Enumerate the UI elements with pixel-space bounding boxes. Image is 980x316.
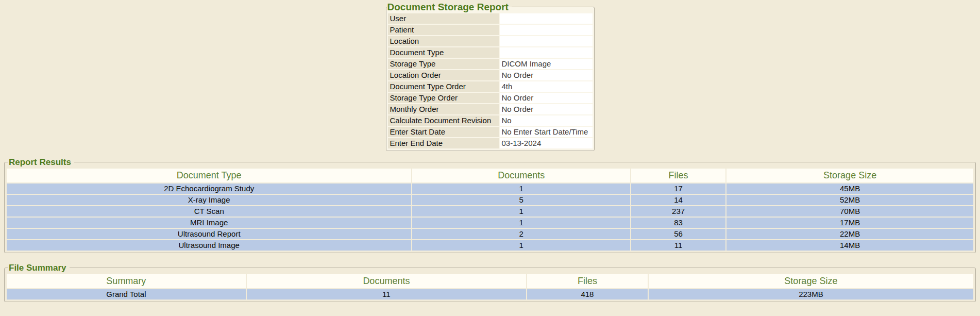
report-parameters-panel: Document Storage Report UserPatientLocat… xyxy=(386,2,595,151)
form-field-label: User xyxy=(388,13,499,24)
report-parameters-title: Document Storage Report xyxy=(387,2,512,12)
table-cell: Ultrasound Report xyxy=(7,229,411,239)
form-row: Enter Start DateNo Enter Start Date/Time xyxy=(388,127,593,137)
form-row: Storage TypeDICOM Image xyxy=(388,59,593,69)
form-field-label: Document Type xyxy=(388,47,499,58)
form-field-value: DICOM Image xyxy=(500,59,593,69)
table-cell: 56 xyxy=(631,229,725,239)
column-header: Documents xyxy=(412,169,630,182)
report-parameters-table: UserPatientLocationDocument TypeStorage … xyxy=(387,12,594,149)
file-summary-table: SummaryDocumentsFilesStorage Size Grand … xyxy=(6,273,974,301)
table-cell: 83 xyxy=(631,218,725,228)
form-field-label: Enter Start Date xyxy=(388,127,499,137)
table-row: X-ray Image51452MB xyxy=(7,195,973,205)
table-cell: 45MB xyxy=(726,184,973,194)
column-header: Files xyxy=(631,169,725,182)
table-cell: 11 xyxy=(631,240,725,251)
table-cell: 2 xyxy=(412,229,630,239)
form-field-label: Location xyxy=(388,36,499,46)
form-field-value: No Enter Start Date/Time xyxy=(500,127,593,137)
table-cell: 17 xyxy=(631,184,725,194)
table-row: Ultrasound Report25622MB xyxy=(7,229,973,239)
form-field-value xyxy=(500,36,593,46)
form-row: Patient xyxy=(388,25,593,35)
table-cell: 1 xyxy=(412,240,630,251)
table-row: Grand Total11418223MB xyxy=(7,289,973,300)
form-row: Enter End Date03-13-2024 xyxy=(388,138,593,148)
form-field-value xyxy=(500,25,593,35)
form-row: User xyxy=(388,13,593,24)
form-field-label: Storage Type xyxy=(388,59,499,69)
file-summary-section: File Summary SummaryDocumentsFilesStorag… xyxy=(4,263,976,302)
form-field-label: Calculate Document Revision xyxy=(388,115,499,126)
column-header: Document Type xyxy=(7,169,411,182)
table-cell: 70MB xyxy=(726,206,973,217)
form-row: Calculate Document RevisionNo xyxy=(388,115,593,126)
table-cell: CT Scan xyxy=(7,206,411,217)
form-row: Location OrderNo Order xyxy=(388,70,593,80)
table-cell: 17MB xyxy=(726,218,973,228)
report-results-section: Report Results Document TypeDocumentsFil… xyxy=(4,158,976,253)
column-header: Documents xyxy=(247,274,526,288)
table-cell: 1 xyxy=(412,218,630,228)
table-cell: MRI Image xyxy=(7,218,411,228)
table-cell: 1 xyxy=(412,184,630,194)
form-field-value: No Order xyxy=(500,104,593,114)
table-row: MRI Image18317MB xyxy=(7,218,973,228)
table-cell: Grand Total xyxy=(7,289,246,300)
form-row: Storage Type OrderNo Order xyxy=(388,93,593,103)
table-row: Ultrasound Image11114MB xyxy=(7,240,973,251)
table-cell: 52MB xyxy=(726,195,973,205)
table-cell: X-ray Image xyxy=(7,195,411,205)
table-cell: 1 xyxy=(412,206,630,217)
form-field-value: No Order xyxy=(500,93,593,103)
report-results-title: Report Results xyxy=(8,158,74,167)
table-cell: 418 xyxy=(527,289,648,300)
form-field-label: Location Order xyxy=(388,70,499,80)
form-field-value: 03-13-2024 xyxy=(500,138,593,148)
table-cell: 14MB xyxy=(726,240,973,251)
table-cell: Ultrasound Image xyxy=(7,240,411,251)
column-header: Files xyxy=(527,274,648,288)
column-header: Storage Size xyxy=(649,274,973,288)
report-results-table: Document TypeDocumentsFilesStorage Size … xyxy=(6,168,974,252)
form-field-label: Patient xyxy=(388,25,499,35)
form-field-value xyxy=(500,13,593,24)
form-field-value: No xyxy=(500,115,593,126)
table-cell: 2D Echocardiogram Study xyxy=(7,184,411,194)
column-header: Summary xyxy=(7,274,246,288)
column-header: Storage Size xyxy=(726,169,973,182)
form-row: Document Type xyxy=(388,47,593,58)
form-field-label: Storage Type Order xyxy=(388,93,499,103)
table-row: CT Scan123770MB xyxy=(7,206,973,217)
file-summary-title: File Summary xyxy=(8,263,70,273)
table-row: 2D Echocardiogram Study11745MB xyxy=(7,184,973,194)
form-field-value: 4th xyxy=(500,81,593,92)
file-summary-rows: Grand Total11418223MB xyxy=(7,289,973,300)
form-field-label: Enter End Date xyxy=(388,138,499,148)
report-results-rows: 2D Echocardiogram Study11745MBX-ray Imag… xyxy=(7,184,973,251)
file-summary-header-row: SummaryDocumentsFilesStorage Size xyxy=(7,274,973,288)
table-cell: 223MB xyxy=(649,289,973,300)
table-cell: 237 xyxy=(631,206,725,217)
report-results-header-row: Document TypeDocumentsFilesStorage Size xyxy=(7,169,973,182)
report-parameters-rows: UserPatientLocationDocument TypeStorage … xyxy=(388,13,593,148)
form-field-label: Document Type Order xyxy=(388,81,499,92)
form-row: Location xyxy=(388,36,593,46)
table-cell: 11 xyxy=(247,289,526,300)
form-field-value xyxy=(500,47,593,58)
table-cell: 22MB xyxy=(726,229,973,239)
table-cell: 14 xyxy=(631,195,725,205)
table-cell: 5 xyxy=(412,195,630,205)
form-row: Monthly OrderNo Order xyxy=(388,104,593,114)
form-field-label: Monthly Order xyxy=(388,104,499,114)
form-field-value: No Order xyxy=(500,70,593,80)
form-row: Document Type Order4th xyxy=(388,81,593,92)
